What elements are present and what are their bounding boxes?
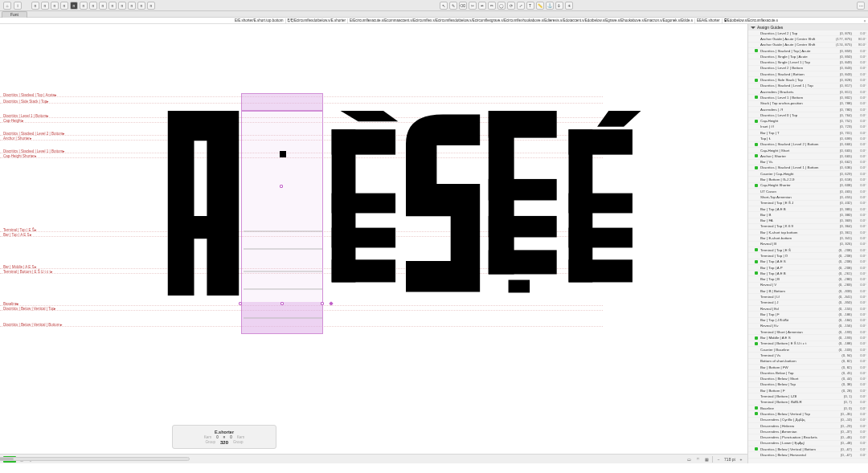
guide-enabled-dot[interactable] xyxy=(755,190,758,193)
guide-row[interactable]: Bar | Vs(0, 662)0.0° xyxy=(748,160,868,165)
zoom-out-icon[interactable]: − xyxy=(715,456,722,463)
pencil-tool-icon[interactable]: ✏ xyxy=(488,2,496,10)
breadcrumb-chip[interactable]: E/E.shorter/E.short.top.bottom xyxy=(233,18,285,23)
close-icon[interactable]: × xyxy=(862,18,868,24)
more-icon[interactable]: ⋯ xyxy=(857,2,865,10)
guide-row[interactable]: Bar | K-short top bottom(0, 361)0.0° xyxy=(748,230,868,235)
guide-enabled-dot[interactable] xyxy=(755,289,758,292)
guide-row[interactable]: Terminal | Top | E Š J(0, 432)0.0° xyxy=(748,201,868,206)
glyph-cell[interactable]: n xyxy=(51,2,59,10)
info-icon[interactable]: i xyxy=(14,2,22,10)
guide-enabled-dot[interactable] xyxy=(755,301,758,304)
guide-enabled-dot[interactable] xyxy=(755,454,758,457)
guide-enabled-dot[interactable] xyxy=(755,442,758,445)
pen-tool-icon[interactable]: ✒ xyxy=(478,2,486,10)
guide-row[interactable]: Baseline(0, 0)0.0° xyxy=(748,406,868,411)
glyph-cell[interactable]: n xyxy=(80,2,88,10)
guide-enabled-dot[interactable] xyxy=(755,125,758,128)
guide-row[interactable]: Bar | Top | A E S(0, -208)0.0° xyxy=(748,259,868,265)
guide-row[interactable]: Diacritics | Stacked | Top | Acute(0, 85… xyxy=(748,48,868,54)
primitive-tool-icon[interactable]: ◯ xyxy=(497,2,506,10)
anchor-tool-icon[interactable]: ⚓ xyxy=(546,2,554,10)
guide-row[interactable]: Terminal | Short | Armenian(0, -193)0.0° xyxy=(748,329,868,335)
guide-row[interactable]: Reveal | B(0, 326)0.0° xyxy=(748,242,868,247)
guide-enabled-dot[interactable] xyxy=(755,131,758,134)
rsb-value[interactable]: 0 xyxy=(230,435,232,439)
guide-row[interactable]: Bar | B(0, 380)0.0° xyxy=(748,212,868,218)
guide-row[interactable]: Diacritics | Stacked | Level 2 | Bottom(… xyxy=(748,142,868,148)
glyph-cell[interactable]: n xyxy=(147,2,155,10)
guide-row[interactable]: Anchor Guide | Acute | Center Shift(177,… xyxy=(748,36,868,42)
breadcrumb-chip[interactable]: Ế/Edotbelow.s/Ecircumflexacute.s xyxy=(722,18,780,23)
guide-row[interactable]: Terminal | Bottom | LZ8(0, 1)0.0° xyxy=(748,393,868,399)
guide-enabled-dot[interactable] xyxy=(755,172,758,175)
magnet-tool-icon[interactable]: ⧲ xyxy=(555,2,563,10)
guide-row[interactable]: Stack | Top anchor-position(0, 788)0.0° xyxy=(748,101,868,107)
guide-enabled-dot[interactable] xyxy=(755,424,758,427)
guide-enabled-dot[interactable] xyxy=(755,296,758,299)
guide-enabled-dot[interactable] xyxy=(755,113,758,116)
guide-enabled-dot[interactable] xyxy=(755,312,758,316)
guide-row[interactable]: Terminal | Top | E Š(0, -208)0.0° xyxy=(748,247,868,253)
guide-enabled-dot[interactable] xyxy=(755,213,758,216)
guide-row[interactable]: Counter | Baseline(0, -103)0.0° xyxy=(748,347,868,353)
guide-row[interactable]: Bar | Top | A E B(0, -261)0.0° xyxy=(748,271,868,276)
text-tool-icon[interactable]: T xyxy=(526,2,534,10)
guide-enabled-dot[interactable] xyxy=(755,447,758,451)
guide-enabled-dot[interactable] xyxy=(755,230,758,234)
select-tool-icon[interactable]: ↖ xyxy=(440,2,448,10)
guide-row[interactable]: Diacritics Below | Top(0, 45)0.0° xyxy=(748,370,868,376)
guide-row[interactable]: Reveal | V(0, -283)0.0° xyxy=(748,283,868,288)
guide-enabled-dot[interactable] xyxy=(755,67,758,70)
guide-enabled-dot[interactable] xyxy=(755,154,758,157)
guide-row[interactable]: Diacritics | Below | Horizontal(0, -67)0… xyxy=(748,452,868,458)
guide-row[interactable]: Cap-Height Shorter(0, 608)0.0° xyxy=(748,183,868,189)
guide-enabled-dot[interactable] xyxy=(755,278,758,281)
guide-enabled-dot[interactable] xyxy=(755,389,758,392)
guide-row[interactable]: Cap-Height | Short(0, 665)0.0° xyxy=(748,148,868,153)
guide-row[interactable]: Bar | Bottom | G-J 2-9(0, 618)0.0° xyxy=(748,177,868,182)
guide-enabled-dot[interactable] xyxy=(755,348,758,351)
guide-enabled-dot[interactable] xyxy=(755,254,758,257)
guide-enabled-dot[interactable] xyxy=(755,353,758,357)
guide-enabled-dot[interactable] xyxy=(755,195,758,198)
guide-row[interactable]: Diacritics | Level 1 | Bottom(0, 802)0.0… xyxy=(748,95,868,100)
guide-enabled-dot[interactable] xyxy=(755,72,758,75)
guide-enabled-dot[interactable] xyxy=(755,395,758,398)
glyph-cell[interactable]: n xyxy=(137,2,145,10)
align-icon[interactable]: ▭ xyxy=(686,456,692,463)
guide-row[interactable]: UT Canon(0, 465)0.0° xyxy=(748,189,868,194)
guide-enabled-dot[interactable] xyxy=(755,418,758,422)
horizontal-scrollbar[interactable] xyxy=(0,457,190,461)
lsb-value[interactable]: 0 xyxy=(216,435,219,439)
guide-enabled-dot[interactable] xyxy=(755,377,758,381)
guide-enabled-dot[interactable] xyxy=(755,383,758,386)
glyph-cell[interactable]: n xyxy=(118,2,126,10)
knife-tool-icon[interactable]: ✂ xyxy=(469,2,477,10)
erase-tool-icon[interactable]: ⌫ xyxy=(459,2,467,10)
glyph-cell[interactable]: n xyxy=(89,2,97,10)
guide-row[interactable]: Terminal | Bottom | E Š U t c t(0, -188)… xyxy=(748,341,868,347)
guide-row[interactable]: Terminal | Bottom | ẞúẞLR(0, 7)0.0° xyxy=(748,400,868,406)
guide-row[interactable]: Diacritics | Level 2 | Top(0, 876)0.0° xyxy=(748,31,868,36)
guide-enabled-dot[interactable] xyxy=(755,336,758,340)
sun-tool-icon[interactable]: ☀ xyxy=(565,2,573,10)
guide-enabled-dot[interactable] xyxy=(755,149,758,152)
guide-row[interactable]: Bar | Top | A P(0, -208)0.0° xyxy=(748,265,868,271)
guide-enabled-dot[interactable] xyxy=(755,37,758,40)
guide-enabled-dot[interactable] xyxy=(755,283,758,287)
guide-row[interactable]: Top | Ł(0, 699)0.0° xyxy=(748,136,868,141)
breadcrumb-chip[interactable]: Ę/Ę/Ecircumflexdotbelow.s/E.shorter xyxy=(285,18,348,23)
glyph-cell[interactable]: n xyxy=(60,2,68,10)
guide-row[interactable]: Bar | B | Bottom(0, -333)0.0° xyxy=(748,288,868,294)
guide-row[interactable]: Bar | Bottom | FW(0, 82)0.0° xyxy=(748,365,868,370)
guide-row[interactable]: Diacritics | Below | Vertical | Bottom(0… xyxy=(748,446,868,452)
guide-enabled-dot[interactable] xyxy=(755,61,758,64)
guide-enabled-dot[interactable] xyxy=(755,90,758,93)
guide-row[interactable]: Bar | FA(0, 369)0.0° xyxy=(748,218,868,224)
guide-row[interactable]: Reveal | Kv(0, -156)0.0° xyxy=(748,324,868,329)
guide-row[interactable]: Bar | Middle | A E S(0, -193)0.0° xyxy=(748,335,868,340)
guide-enabled-dot[interactable] xyxy=(755,143,758,146)
handle[interactable] xyxy=(280,185,283,188)
zoom-in-icon[interactable]: + xyxy=(738,456,744,463)
